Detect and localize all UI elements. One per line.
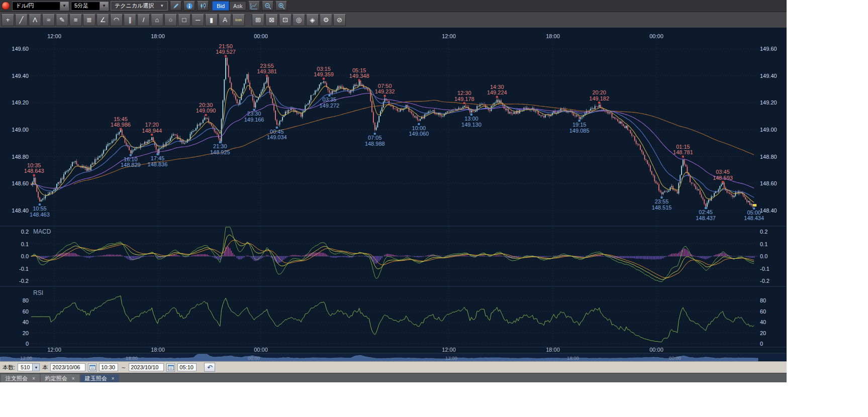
svg-text:148.944: 148.944 <box>142 128 162 134</box>
svg-text:148.40: 148.40 <box>12 207 29 214</box>
ellipse-tool-button[interactable]: ○ <box>164 14 177 26</box>
horizontal-lines-tool-button[interactable]: ≡ <box>69 14 82 26</box>
svg-text:19:15: 19:15 <box>572 122 587 128</box>
main-toolbar: ドル/円 ▼ 5分足 ▼ テクニカル選択 ▼ Bid Ask <box>0 0 787 12</box>
svg-text:148.80: 148.80 <box>760 154 777 160</box>
swing-high-marker <box>33 174 35 176</box>
pencil-tool-button[interactable]: ✎ <box>56 14 68 26</box>
date-from-input[interactable] <box>50 363 85 371</box>
bid-toggle-button[interactable]: Bid <box>212 1 229 11</box>
svg-text:149.224: 149.224 <box>487 89 507 95</box>
svg-text:23:30: 23:30 <box>247 111 261 117</box>
zoom-out-button[interactable] <box>262 1 273 11</box>
svg-text:20: 20 <box>23 330 29 336</box>
svg-text:16:10: 16:10 <box>124 156 138 162</box>
chart-style-button[interactable] <box>197 1 209 11</box>
swing-high-marker <box>120 128 122 130</box>
svg-text:-0.1: -0.1 <box>760 266 769 272</box>
fibonacci-timezone-tool-button[interactable]: ∥ <box>124 14 136 26</box>
pencil-icon: ✎ <box>59 17 65 23</box>
stamp-1-tool-button[interactable]: ⊞ <box>252 14 264 26</box>
info-button[interactable] <box>183 1 195 11</box>
horizontal-line-tool-button[interactable]: ─ <box>191 14 204 26</box>
parallel-lines-tool-button[interactable]: ≣ <box>83 14 95 26</box>
calendar-to-button[interactable] <box>166 363 175 372</box>
time-to-input[interactable] <box>177 363 197 371</box>
swing-high-marker <box>384 95 386 97</box>
technical-select-label: テクニカル選択 <box>115 2 154 10</box>
timeframe-select[interactable]: 5分足 ▼ <box>71 2 109 11</box>
bar-count-value: 510 <box>21 364 30 370</box>
svg-text:RSI: RSI <box>33 289 43 296</box>
undo-button[interactable]: ↶ <box>204 363 215 372</box>
tab-2[interactable]: 約定照会× <box>41 374 79 382</box>
chevron-down-icon[interactable]: ▼ <box>60 2 69 11</box>
svg-text:0: 0 <box>760 341 763 347</box>
svg-text:05:15: 05:15 <box>352 67 366 73</box>
svg-text:0.1: 0.1 <box>21 241 29 247</box>
close-icon[interactable]: × <box>32 376 35 381</box>
svg-text:149.381: 149.381 <box>257 68 277 74</box>
icon-stamp-tool-button[interactable]: icon <box>232 14 245 26</box>
svg-text:0: 0 <box>26 341 29 347</box>
svg-text:149.20: 149.20 <box>760 99 777 106</box>
svg-text:148.434: 148.434 <box>744 215 764 221</box>
zoom-in-button[interactable] <box>275 1 287 11</box>
stamp-2-tool-button[interactable]: ⊠ <box>265 14 278 26</box>
text-tool-button[interactable]: A <box>219 14 231 26</box>
svg-text:12:00: 12:00 <box>445 355 457 361</box>
clear-all-tool-button[interactable]: ⊘ <box>333 14 346 26</box>
rectangle-icon: □ <box>182 17 186 23</box>
svg-text:148.643: 148.643 <box>24 168 44 174</box>
svg-text:21:30: 21:30 <box>213 143 227 149</box>
line-chart-icon <box>250 3 258 10</box>
calendar-from-button[interactable] <box>88 363 97 372</box>
svg-text:148.836: 148.836 <box>148 161 168 167</box>
tab-1[interactable]: 注文照会× <box>1 374 40 382</box>
close-icon[interactable]: × <box>112 376 115 381</box>
close-icon[interactable]: × <box>72 376 75 381</box>
gann-fan-tool-button[interactable]: ∠ <box>97 14 109 26</box>
icon-stamp-icon: icon <box>235 18 242 22</box>
currency-pair-select[interactable]: ドル/円 ▼ <box>12 2 69 11</box>
chart-window-button[interactable] <box>248 1 260 11</box>
ask-toggle-button[interactable]: Ask <box>229 1 246 11</box>
object-settings-icon: ⚙ <box>323 17 329 23</box>
chart-canvas[interactable]: 12:0018:0000:0012:0018:0000:0010:35148.6… <box>0 28 787 361</box>
polyline-tool-button[interactable]: Λ <box>29 14 41 26</box>
draw-mode-button[interactable] <box>170 1 181 11</box>
tab-label: 約定照会 <box>45 375 67 382</box>
angle-line-tool-button[interactable]: / <box>137 14 150 26</box>
pentagon-tool-button[interactable]: ⌂ <box>151 14 163 26</box>
svg-text:00:00: 00:00 <box>254 347 268 353</box>
fibonacci-arc-tool-button[interactable]: ◠ <box>110 14 123 26</box>
chevron-down-icon[interactable]: ▼ <box>100 2 109 11</box>
svg-text:20:30: 20:30 <box>199 102 213 108</box>
bar-count-select[interactable]: 510 ▼ <box>18 363 40 371</box>
stamp-1-icon: ⊞ <box>255 17 261 23</box>
wave-line-tool-button[interactable]: ≈ <box>42 14 55 26</box>
trading-app-window: ドル/円 ▼ 5分足 ▼ テクニカル選択 ▼ Bid Ask <box>0 0 787 380</box>
stamp-3-tool-button[interactable]: ⊡ <box>279 14 292 26</box>
horizontal-lines-icon: ≡ <box>74 17 78 23</box>
crosshair-tool-button[interactable]: + <box>2 14 14 26</box>
svg-text:149.359: 149.359 <box>314 71 334 77</box>
trendline-tool-button[interactable]: ╱ <box>15 14 28 26</box>
zoom-area-tool-button[interactable]: ◎ <box>293 14 305 26</box>
svg-text:148.60: 148.60 <box>760 180 777 186</box>
tab-3[interactable]: 建玉照会× <box>80 374 119 382</box>
date-to-input[interactable] <box>129 363 164 371</box>
svg-text:149.00: 149.00 <box>760 127 777 133</box>
object-settings-tool-button[interactable]: ⚙ <box>320 14 332 26</box>
candlestick-icon <box>200 3 207 10</box>
swing-high-marker <box>266 75 268 77</box>
svg-text:10:00: 10:00 <box>412 125 426 131</box>
eraser-tool-button[interactable]: ◈ <box>306 14 319 26</box>
technical-select-button[interactable]: テクニカル選択 ▼ <box>111 1 168 11</box>
vertical-line-tool-button[interactable]: ▮ <box>205 14 218 26</box>
chevron-down-icon: ▼ <box>32 364 39 371</box>
time-from-input[interactable] <box>99 363 118 371</box>
svg-text:07:05: 07:05 <box>368 135 382 141</box>
rectangle-tool-button[interactable]: □ <box>178 14 190 26</box>
svg-text:149.40: 149.40 <box>760 73 777 79</box>
